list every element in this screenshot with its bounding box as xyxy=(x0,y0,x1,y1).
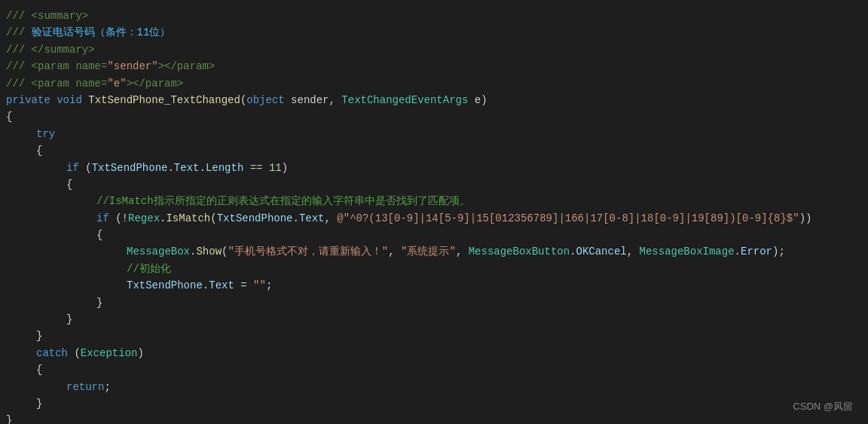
code-line-23: return; xyxy=(0,379,868,395)
code-line-18: } xyxy=(0,294,868,311)
code-token: Error xyxy=(741,243,772,260)
code-token: void xyxy=(57,92,82,108)
code-token: return xyxy=(66,379,104,395)
code-line-21: catch (Exception) xyxy=(0,345,868,361)
code-line-16: //初始化 xyxy=(0,261,868,277)
code-token: . xyxy=(199,160,205,176)
code-token: /// xyxy=(6,24,32,41)
code-token: TxtSendPhone xyxy=(92,160,168,176)
code-token: TxtSendPhone xyxy=(127,277,203,294)
code-token: )) xyxy=(799,210,812,227)
code-token: } xyxy=(66,311,72,328)
code-token: ( xyxy=(240,92,246,108)
code-token xyxy=(82,92,88,108)
code-token: ( xyxy=(222,243,228,260)
code-token: Show xyxy=(196,243,222,260)
code-token: IsMatch xyxy=(166,210,210,227)
watermark: CSDN @风留 xyxy=(793,399,853,415)
code-token: } xyxy=(96,294,102,311)
code-line-12: //IsMatch指示所指定的正则表达式在指定的输入字符串中是否找到了匹配项。 xyxy=(0,193,868,209)
code-token: "系统提示" xyxy=(401,243,456,260)
code-token: sender, xyxy=(285,92,342,108)
code-line-25: } xyxy=(0,412,868,424)
code-line-1: /// <summary> xyxy=(0,8,868,24)
code-token: , xyxy=(627,243,640,260)
code-token: Text xyxy=(174,160,200,176)
code-token: //IsMatch指示所指定的正则表达式在指定的输入字符串中是否找到了匹配项。 xyxy=(96,193,470,209)
code-line-14: { xyxy=(0,227,868,243)
code-token: /// </summary> xyxy=(6,41,95,58)
code-token xyxy=(50,92,57,108)
code-token: . xyxy=(160,210,166,227)
code-token: { xyxy=(6,108,12,125)
code-token: . xyxy=(570,243,576,260)
code-token: private xyxy=(6,92,50,108)
code-token: { xyxy=(36,142,42,159)
code-token: "手机号格式不对，请重新输入！" xyxy=(228,243,388,260)
code-line-7: { xyxy=(0,108,868,125)
code-token: 11 xyxy=(269,160,282,176)
code-token: catch xyxy=(36,345,68,361)
code-token: { xyxy=(36,361,42,378)
code-token: if xyxy=(66,160,79,176)
code-token: . xyxy=(293,210,299,227)
code-token: "" xyxy=(253,277,266,294)
code-token: , xyxy=(456,243,469,260)
code-token: object xyxy=(246,92,284,108)
code-token: ( xyxy=(79,160,92,176)
code-token: ></param> xyxy=(158,58,215,75)
code-token: = xyxy=(234,277,253,294)
code-line-5: /// <param name="e"></param> xyxy=(0,75,868,92)
code-token: . xyxy=(167,160,173,176)
code-line-3: /// </summary> xyxy=(0,41,868,58)
code-editor: /// <summary> /// 验证电话号码（条件：11位） /// </s… xyxy=(0,0,868,424)
code-token: ; xyxy=(266,277,272,294)
code-line-22: { xyxy=(0,361,868,378)
code-token: } xyxy=(36,328,42,344)
code-token: ) xyxy=(137,345,143,361)
code-token: 验证电话号码（条件：11位） xyxy=(32,24,171,41)
code-token: MessageBoxImage xyxy=(640,243,735,260)
code-line-4: /// <param name="sender"></param> xyxy=(0,58,868,75)
code-token: ></param> xyxy=(127,75,184,92)
code-token: , xyxy=(388,243,401,260)
code-line-24: } xyxy=(0,395,868,412)
code-line-15: MessageBox.Show("手机号格式不对，请重新输入！", "系统提示"… xyxy=(0,243,868,260)
code-token: try xyxy=(36,126,55,142)
code-token: TextChangedEventArgs xyxy=(341,92,468,108)
code-token: } xyxy=(6,412,12,424)
code-line-9: { xyxy=(0,142,868,159)
code-token: == xyxy=(243,160,269,176)
code-line-10: if (TxtSendPhone.Text.Length == 11) xyxy=(0,160,868,176)
code-line-11: { xyxy=(0,176,868,193)
code-token: (! xyxy=(109,210,128,227)
code-token: . xyxy=(735,243,741,260)
code-token: /// <summary> xyxy=(6,8,88,24)
code-line-13: if (!Regex.IsMatch(TxtSendPhone.Text, @"… xyxy=(0,210,868,227)
code-token: OKCancel xyxy=(576,243,627,260)
code-token: Exception xyxy=(81,345,138,361)
code-line-20: } xyxy=(0,328,868,344)
code-line-8: try xyxy=(0,126,868,142)
code-token: "e" xyxy=(107,75,126,92)
code-token: Length xyxy=(206,160,243,176)
code-token: if xyxy=(96,210,109,227)
code-token: . xyxy=(203,277,209,294)
code-token: Text xyxy=(299,210,325,227)
code-token: ) xyxy=(282,160,288,176)
code-token: ; xyxy=(104,379,110,395)
code-line-6: private void TxtSendPhone_TextChanged(ob… xyxy=(0,92,868,108)
code-line-2: /// 验证电话号码（条件：11位） xyxy=(0,24,868,41)
code-token: { xyxy=(66,176,72,193)
code-token: /// <param name= xyxy=(6,58,107,75)
code-token: TxtSendPhone_TextChanged xyxy=(88,92,240,108)
code-token: } xyxy=(36,395,42,412)
code-line-19: } xyxy=(0,311,868,328)
code-token: . xyxy=(190,243,196,260)
code-token: ( xyxy=(210,210,216,227)
code-token: Text xyxy=(209,277,234,294)
code-line-17: TxtSendPhone.Text = ""; xyxy=(0,277,868,294)
code-token: MessageBoxButton xyxy=(469,243,570,260)
code-token: @"^0?(13[0-9]|14[5-9]|15[012356789]|166|… xyxy=(337,210,799,227)
code-token: /// <param name= xyxy=(6,75,107,92)
